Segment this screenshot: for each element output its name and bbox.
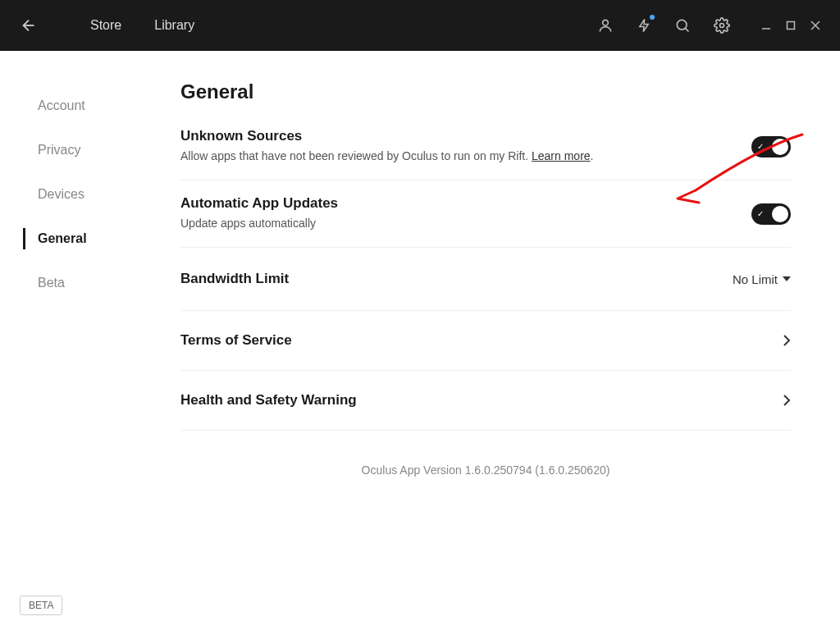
settings-sidebar: Account Privacy Devices General Beta xyxy=(0,51,148,630)
sidebar-item-devices[interactable]: Devices xyxy=(25,172,148,217)
setting-title: Automatic App Updates xyxy=(180,195,719,212)
window-controls xyxy=(761,21,820,30)
settings-button[interactable] xyxy=(714,17,730,34)
dropdown-label: No Limit xyxy=(733,272,778,286)
auto-updates-toggle[interactable]: ✓ xyxy=(751,203,791,225)
beta-badge[interactable]: BETA xyxy=(20,596,62,615)
setting-title: Bandwidth Limit xyxy=(180,271,289,287)
health-safety-row[interactable]: Health and Safety Warning xyxy=(180,371,791,431)
unknown-sources-toggle[interactable]: ✓ xyxy=(751,136,791,158)
svg-point-2 xyxy=(677,20,687,30)
desc-text: Allow apps that have not been reviewed b… xyxy=(180,149,532,162)
sidebar-item-account[interactable]: Account xyxy=(25,84,148,128)
check-icon: ✓ xyxy=(757,142,764,151)
sidebar-item-general[interactable]: General xyxy=(25,217,148,261)
chevron-right-icon xyxy=(783,394,791,407)
gear-icon xyxy=(714,17,730,34)
svg-point-4 xyxy=(720,24,724,28)
back-button[interactable] xyxy=(20,16,38,34)
nav-store[interactable]: Store xyxy=(90,18,121,33)
bandwidth-dropdown[interactable]: No Limit xyxy=(733,272,791,286)
toggle-knob xyxy=(772,139,788,155)
nav-row-title: Terms of Service xyxy=(180,332,292,349)
terms-of-service-row[interactable]: Terms of Service xyxy=(180,311,791,371)
maximize-icon xyxy=(786,21,796,30)
header-left: Store Library xyxy=(20,16,194,34)
desc-suffix: . xyxy=(591,149,594,162)
header-right xyxy=(597,17,820,34)
setting-bandwidth: Bandwidth Limit No Limit xyxy=(180,248,791,311)
content: Account Privacy Devices General Beta Gen… xyxy=(0,51,840,630)
setting-title: Unknown Sources xyxy=(180,128,719,144)
close-button[interactable] xyxy=(810,21,820,30)
notification-dot xyxy=(650,15,655,20)
notifications-button[interactable] xyxy=(637,18,651,33)
page-title: General xyxy=(180,80,791,103)
sidebar-item-privacy[interactable]: Privacy xyxy=(25,128,148,172)
settings-main: General Unknown Sources Allow apps that … xyxy=(148,51,840,630)
check-icon: ✓ xyxy=(757,209,764,218)
toggle-knob xyxy=(772,206,788,222)
setting-desc: Allow apps that have not been reviewed b… xyxy=(180,148,719,165)
learn-more-link[interactable]: Learn more xyxy=(532,149,591,162)
chevron-right-icon xyxy=(783,334,791,347)
app-header: Store Library xyxy=(0,0,840,51)
svg-point-1 xyxy=(603,20,609,25)
setting-auto-updates: Automatic App Updates Update apps automa… xyxy=(180,180,791,248)
minimize-button[interactable] xyxy=(761,21,771,30)
setting-desc: Update apps automatically xyxy=(180,215,719,232)
nav-row-title: Health and Safety Warning xyxy=(180,392,357,409)
search-button[interactable] xyxy=(674,17,691,34)
setting-left: Unknown Sources Allow apps that have not… xyxy=(180,128,751,165)
minimize-icon xyxy=(761,21,771,30)
svg-line-3 xyxy=(685,28,688,31)
setting-left: Automatic App Updates Update apps automa… xyxy=(180,195,751,232)
close-icon xyxy=(810,21,820,30)
arrow-left-icon xyxy=(20,16,38,34)
svg-marker-9 xyxy=(783,276,791,281)
setting-unknown-sources: Unknown Sources Allow apps that have not… xyxy=(180,128,791,180)
svg-rect-6 xyxy=(788,22,795,30)
nav-links: Store Library xyxy=(90,18,194,33)
lightning-icon xyxy=(637,18,651,33)
version-text: Oculus App Version 1.6.0.250794 (1.6.0.2… xyxy=(180,463,791,477)
caret-down-icon xyxy=(783,275,791,283)
search-icon xyxy=(674,17,691,34)
profile-button[interactable] xyxy=(597,17,614,34)
nav-library[interactable]: Library xyxy=(154,18,194,33)
user-icon xyxy=(597,17,614,34)
sidebar-item-beta[interactable]: Beta xyxy=(25,261,148,305)
maximize-button[interactable] xyxy=(786,21,796,30)
